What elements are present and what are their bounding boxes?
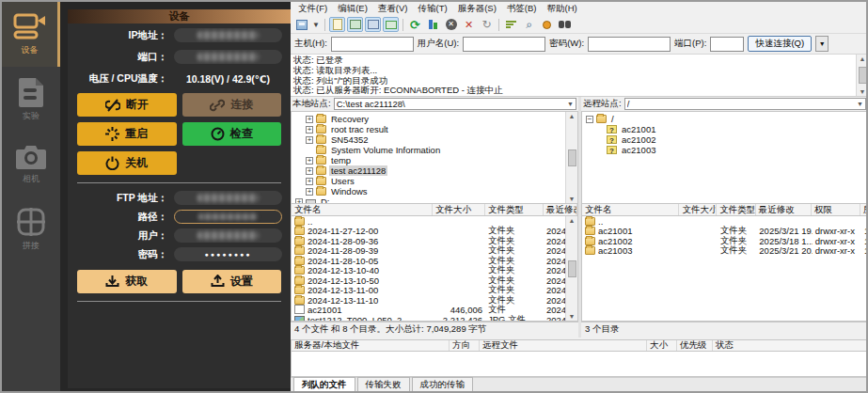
tree-item[interactable]: + D: [292,196,565,203]
stitch-icon [16,207,46,237]
chevron-down-icon: ▼ [857,101,863,107]
shutdown-button[interactable]: 关机 [77,151,177,175]
tree-item[interactable]: + temp [292,155,565,165]
divider [77,301,281,302]
tree-item[interactable]: System Volume Information [292,145,565,155]
tree-item[interactable]: − / [582,114,867,124]
tree-item[interactable]: + Recovery [292,114,565,124]
tree-item[interactable]: ac21003 [582,145,867,155]
sidebar-item-device[interactable]: 设备 [2,2,60,67]
local-site-combo[interactable]: C:\test ac211128\ ▼ [334,98,576,110]
host-input[interactable] [331,37,414,52]
menu-item[interactable]: 书签(B) [502,3,542,15]
sidebar-item-stitch[interactable]: 拼接 [2,196,60,261]
toggle-log-icon[interactable] [329,17,345,32]
expand-toggle-icon[interactable]: + [306,178,313,185]
chevron-down-icon: ▼ [567,101,574,107]
filter-icon[interactable] [503,17,519,32]
port-value [174,50,282,64]
local-list-header[interactable]: 文件名 文件大小 文件类型 最近修改 [291,204,578,216]
ip-address-label: IP地址： [76,29,174,42]
password-value[interactable]: ●●●●●●●● [174,247,282,261]
tree-item-icon [316,135,326,144]
user-value[interactable] [174,228,282,243]
expand-toggle-icon[interactable]: + [306,126,313,134]
expand-toggle-icon[interactable]: + [306,136,313,144]
get-button[interactable]: 获取 [77,270,177,293]
queue-tab[interactable]: 列队的文件 [293,377,355,393]
path-input[interactable] [174,210,282,224]
sidebar-item-label: 设备 [22,44,39,56]
tree-item-icon [306,199,316,203]
cancel-icon[interactable]: ✕ [443,17,459,32]
menu-item[interactable]: 编辑(E) [333,3,372,15]
restart-button[interactable]: 重启 [77,122,177,146]
disconnect-icon[interactable]: ✕ [461,17,477,32]
reconnect-icon[interactable]: ↻ [479,17,495,32]
menu-item[interactable]: 传输(T) [413,3,451,15]
sidebar-item-experiment[interactable]: 实验 [2,67,60,132]
expand-toggle-icon[interactable]: + [306,157,313,165]
settings-icon[interactable] [539,17,555,32]
check-button[interactable]: 检查 [182,122,282,146]
tree-item[interactable]: ac21001 [582,124,867,134]
tree-item[interactable]: ac21002 [582,134,867,145]
log-scrollbar[interactable]: ▲▼ [856,55,868,96]
table-row[interactable]: ac21003 文件夹 2025/3/21 20... drwxr-xr-x 1… [582,246,867,257]
log-line: 状态: 已从服务器断开: ECONNABORTED - 连接中止 [293,86,853,96]
queue-tab[interactable]: 成功的传输 [412,377,474,393]
local-tree-scrollbar[interactable]: ▲▼ [565,112,577,203]
toolbar-separator [498,19,499,31]
queue-tab[interactable]: 传输失败 [357,377,410,393]
sidebar-item-camera[interactable]: 相机 [2,132,60,196]
transfer-queue-body [291,352,868,377]
toggle-queue-icon[interactable] [383,17,399,32]
menu-item[interactable]: 文件(F) [293,3,332,15]
port-input[interactable] [710,37,744,52]
remote-list-header[interactable]: 文件名 文件大小 文件类型 最近修改 权限 所有者/组 [581,204,868,216]
expand-toggle-icon[interactable]: − [586,116,593,123]
site-manager-dropdown-icon[interactable]: ▼ [311,17,321,32]
tree-item-icon [316,146,326,154]
toggle-remote-tree-icon[interactable] [365,17,381,32]
remote-site-combo[interactable]: / ▼ [624,98,866,110]
disconnect-button[interactable]: 断开 [77,93,177,117]
quickconnect-dropdown-icon[interactable]: ▼ [815,36,829,52]
toggle-local-tree-icon[interactable] [347,17,363,32]
username-input[interactable] [463,37,545,52]
password-label: 密码： [76,248,174,261]
local-list-scrollbar[interactable]: ▲▼ [565,216,577,321]
app-window: 设备 实验 相机 [0,0,868,393]
tree-item[interactable]: + SN54352 [292,134,565,145]
tree-item[interactable]: + test ac211128 [292,165,565,176]
restart-burst-icon [105,127,119,141]
tree-item[interactable]: + Users [292,176,565,186]
directory-compare-icon[interactable] [425,17,441,32]
quickconnect-button[interactable]: 快速连接(Q) [748,36,812,52]
remote-file-list: .. ac21001 文件夹 2025/3/21 19... drwxr-xr-… [581,216,868,322]
refresh-icon[interactable]: ⟳ [407,17,423,32]
connect-button[interactable]: 连接 [182,93,282,117]
menu-item[interactable]: 查看(V) [373,3,413,15]
tree-item-icon [316,125,326,134]
menu-item[interactable]: 帮助(H) [542,3,581,15]
password-input[interactable] [588,37,671,52]
find-icon[interactable]: ⌕ [521,17,537,32]
menu-bar: 文件(F) 编辑(E) 查看(V) 传输(T) 服务器(S) 书签(B) 帮助(… [291,2,868,16]
password-label: 密码(W): [549,38,584,50]
site-manager-icon[interactable] [293,17,309,32]
file-icon [294,286,305,294]
transfer-queue-header[interactable]: 服务器/本地文件 方向 远程文件 大小 优先级 状态 [291,339,868,352]
search-icon[interactable] [557,17,573,32]
tree-item[interactable]: + Windows [292,186,565,196]
expand-toggle-icon[interactable]: + [295,198,303,204]
file-icon [294,227,305,235]
expand-toggle-icon[interactable]: + [306,167,313,175]
tree-item[interactable]: + root trac result [292,124,565,134]
expand-toggle-icon[interactable]: + [306,116,313,123]
set-button[interactable]: 设置 [182,270,282,293]
expand-toggle-icon[interactable]: + [306,188,313,196]
table-row[interactable]: test1212_T000_L050_2 2,212,426 JPG 文件 20… [292,315,565,321]
menu-item[interactable]: 服务器(S) [453,3,501,15]
remote-site-label: 远程站点: [583,98,622,110]
